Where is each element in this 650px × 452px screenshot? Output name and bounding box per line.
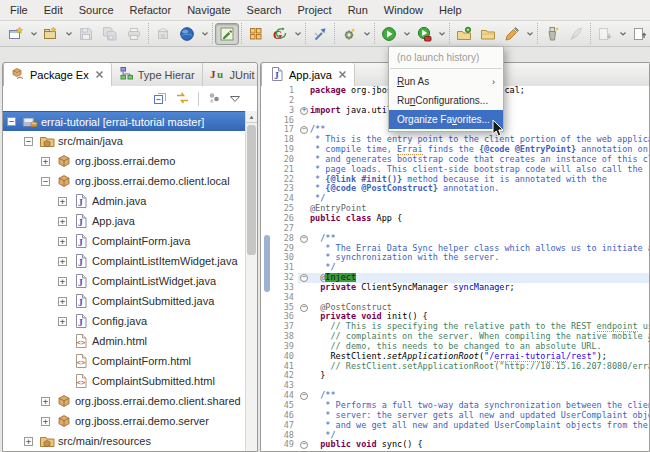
expand-icon[interactable]: +	[41, 417, 50, 426]
tree-item-app-java[interactable]: +JApp.java	[3, 211, 246, 231]
open-folder-button[interactable]	[476, 23, 500, 45]
close-icon[interactable]	[338, 70, 347, 79]
menu-run[interactable]: Run	[340, 1, 376, 19]
tree-item-complaintlistitemwidget-java[interactable]: +JComplaintListItemWidget.java	[3, 251, 246, 271]
new-java-project-button-dropdown-icon[interactable]	[63, 24, 74, 44]
scroll-thumb[interactable]	[247, 125, 256, 255]
fold-collapse-icon[interactable]: −	[300, 304, 308, 312]
java-editor-toggle[interactable]	[215, 23, 239, 45]
code-line-22[interactable]: 22 * {@link #init()} method because it i…	[274, 175, 649, 185]
run-menu-item-organize-favorites[interactable]: Organize Favorites...	[389, 110, 503, 129]
menu-file[interactable]: File	[2, 1, 36, 19]
paintbrush-button-dropdown-icon[interactable]	[524, 24, 535, 44]
tree-scrollbar[interactable]: ▲	[245, 111, 257, 451]
fold-expand-icon[interactable]: +	[300, 107, 308, 115]
java-editor[interactable]: 1package org.jboss.errai.demo.client.loc…	[261, 86, 649, 451]
expand-icon[interactable]: +	[41, 157, 50, 166]
tree-item-complaintsubmitted-java[interactable]: +JComplaintSubmitted.java	[3, 291, 246, 311]
gwt-compile-button[interactable]: G	[268, 23, 292, 45]
tree-item-org-jboss-errai-demo-client-shared[interactable]: +org.jboss.errai.demo.client.shared	[3, 391, 246, 411]
prev-annotation-button[interactable]	[628, 23, 650, 45]
tree-item-complaintsubmitted-html[interactable]: <>ComplaintSubmitted.html	[3, 371, 246, 391]
expand-icon[interactable]: +	[58, 237, 67, 246]
gwt-compile-button-dropdown-icon[interactable]	[292, 24, 303, 44]
code-line-35[interactable]: 35− @PostConstruct	[274, 303, 649, 313]
code-line-43[interactable]: 43	[274, 381, 649, 391]
code-line-26[interactable]: 26public class App {	[274, 214, 649, 224]
web-browser-button[interactable]	[175, 23, 199, 45]
debug-button-dropdown-icon[interactable]	[361, 24, 372, 44]
tab-app-java[interactable]: JApp.java	[261, 63, 355, 87]
collapse-icon[interactable]: −	[24, 137, 33, 146]
code-line-21[interactable]: 21 * page loads. This client-side bootst…	[274, 165, 649, 175]
code-line-28[interactable]: 28− /**	[274, 234, 649, 244]
search-flashlight-button[interactable]	[540, 23, 564, 45]
code-line-33[interactable]: 33 private ClientSyncManager syncManager…	[274, 283, 649, 293]
close-icon[interactable]	[95, 70, 104, 79]
new-java-project-button[interactable]	[39, 23, 63, 45]
code-line-38[interactable]: 38 // complaints on the server. When com…	[274, 332, 649, 342]
tree-item-complaintlistwidget-java[interactable]: +JComplaintListWidget.java	[3, 271, 246, 291]
external-tools-button-dropdown-icon[interactable]	[436, 24, 447, 44]
expand-icon[interactable]: +	[58, 317, 67, 326]
tree-item-org-jboss-errai-demo-server[interactable]: +org.jboss.errai.demo.server	[3, 411, 246, 431]
run-menu-item-run-as[interactable]: Run As›	[389, 72, 503, 91]
code-line-37[interactable]: 37 // This is specifying the relative pa…	[274, 322, 649, 332]
link-with-editor-button[interactable]	[175, 91, 190, 107]
skip-breakpoints-button[interactable]	[308, 23, 332, 45]
code-line-20[interactable]: 20 * and generates bootstrap code that c…	[274, 155, 649, 165]
new-button[interactable]	[4, 23, 28, 45]
tab-junit[interactable]: JuJUnit	[203, 63, 263, 86]
code-line-18[interactable]: 18 * This is the entry point to the clie…	[274, 135, 649, 145]
code-line-32[interactable]: 32− @Inject	[274, 273, 649, 283]
fold-collapse-icon[interactable]: −	[300, 126, 308, 134]
code-line-46[interactable]: 46 * server: the server gets all new and…	[274, 411, 649, 421]
code-line-27[interactable]: 27	[274, 224, 649, 234]
import-folder-button[interactable]	[452, 23, 476, 45]
collapse-icon[interactable]: −	[41, 177, 50, 186]
tree-item-admin-java[interactable]: +JAdmin.java	[3, 191, 246, 211]
code-area[interactable]: 1package org.jboss.errai.demo.client.loc…	[274, 86, 649, 451]
code-line-36[interactable]: 36 private void init() {	[274, 312, 649, 322]
menu-help[interactable]: Help	[431, 1, 470, 19]
fold-collapse-icon[interactable]: −	[300, 392, 308, 400]
code-line-25[interactable]: 25@EntryPoint	[274, 204, 649, 214]
code-line-29[interactable]: 29 * The Errai Data Sync helper class wh…	[274, 244, 649, 254]
menu-window[interactable]: Window	[376, 1, 431, 19]
menu-refactor[interactable]: Refactor	[122, 1, 180, 19]
new-button-dropdown-icon[interactable]	[28, 24, 39, 44]
fold-collapse-icon[interactable]: −	[300, 274, 308, 282]
menu-project[interactable]: Project	[289, 1, 339, 19]
tree-item-src-main-java[interactable]: −src/main/java	[3, 131, 246, 151]
expand-icon[interactable]: +	[58, 197, 67, 206]
expand-icon[interactable]: +	[58, 277, 67, 286]
tab-type-hierar[interactable]: Type Hierar	[112, 63, 203, 86]
tree-item-complaintform-html[interactable]: <>ComplaintForm.html	[3, 351, 246, 371]
web-browser-button-dropdown-icon[interactable]	[199, 24, 210, 44]
code-line-44[interactable]: 44− /**	[274, 391, 649, 401]
scroll-up-arrow-icon[interactable]: ▲	[246, 111, 257, 123]
menu-search[interactable]: Search	[239, 1, 290, 19]
code-line-47[interactable]: 47 * and we get all new and updated User…	[274, 421, 649, 431]
tree-item-config-java[interactable]: +JConfig.java	[3, 311, 246, 331]
menu-navigate[interactable]: Navigate	[179, 1, 238, 19]
run-menu-item-run-configurations[interactable]: Run Configurations...	[389, 91, 503, 110]
fold-collapse-icon[interactable]: −	[300, 441, 308, 449]
expand-icon[interactable]: +	[41, 397, 50, 406]
code-line-24[interactable]: 24 */	[274, 194, 649, 204]
focus-active-task-button[interactable]	[207, 91, 221, 107]
code-line-48[interactable]: 48 */	[274, 431, 649, 441]
paintbrush-button[interactable]	[500, 23, 524, 45]
code-line-49[interactable]: 49− public void sync() {	[274, 440, 649, 450]
annotation-ruler[interactable]	[261, 86, 274, 451]
tree-item-complaintform-java[interactable]: +JComplaintForm.java	[3, 231, 246, 251]
code-line-19[interactable]: 19 * compile time, Errai finds the {@cod…	[274, 145, 649, 155]
view-menu-button[interactable]	[229, 93, 241, 105]
external-tools-button[interactable]	[412, 23, 436, 45]
run-button-dropdown-icon[interactable]	[401, 24, 412, 44]
tree-item-errai-tutorial-errai-tutorial-master[interactable]: −errai-tutorial [errai-tutorial master]	[3, 111, 246, 131]
code-line-23[interactable]: 23 * {@code @PostConstruct} annotation.	[274, 184, 649, 194]
code-line-40[interactable]: 40 RestClient.setApplicationRoot("/errai…	[274, 352, 649, 362]
tree-item-org-jboss-errai-demo-client-local[interactable]: −org.jboss.errai.demo.client.local	[3, 171, 246, 191]
code-line-45[interactable]: 45 * Performs a full two-way data synchr…	[274, 401, 649, 411]
